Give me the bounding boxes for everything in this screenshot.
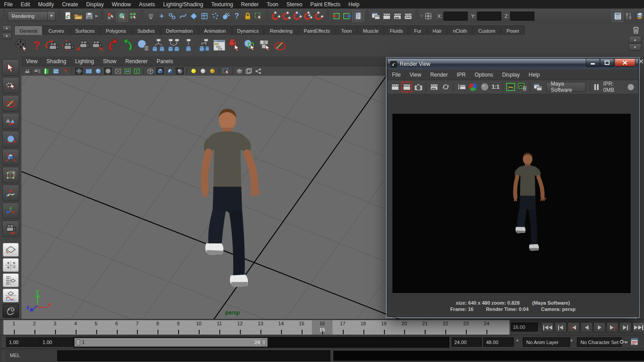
paint-selection-tool[interactable] xyxy=(2,95,19,112)
trash-icon[interactable] xyxy=(631,24,641,35)
timeline-frame-12[interactable]: 12 xyxy=(230,320,250,335)
shelf-tab-poser[interactable]: Poser xyxy=(501,26,525,35)
main-menu-help[interactable]: Help xyxy=(345,0,364,9)
show-manipulator-tool[interactable] xyxy=(2,203,19,219)
y-coordinate-input[interactable] xyxy=(477,12,501,21)
shelf-tab-general[interactable]: General xyxy=(14,26,43,35)
timeline-frame-3[interactable]: 3 xyxy=(45,320,65,335)
redo-shelf-button[interactable] xyxy=(121,37,135,53)
timeline-frame-17[interactable]: 17 xyxy=(333,320,353,335)
select-joints-mask-icon[interactable] xyxy=(167,11,178,22)
main-menu-render[interactable]: Render xyxy=(237,0,263,9)
textured-display-icon[interactable] xyxy=(166,67,174,75)
gate-mask-icon[interactable] xyxy=(103,67,113,75)
timeline-frame-9[interactable]: 9 xyxy=(168,320,188,335)
animation-start-input[interactable] xyxy=(6,337,41,347)
character-set-selector[interactable]: No Character Set xyxy=(577,337,622,347)
statusline-grip[interactable] xyxy=(3,10,6,22)
no-lights-icon[interactable] xyxy=(199,67,207,75)
shelf-tab-hair[interactable]: Hair xyxy=(427,26,447,35)
render-view-window[interactable]: Render View FileViewRenderIPROptionsDisp… xyxy=(387,58,639,317)
share-nodes-icon[interactable] xyxy=(254,67,262,75)
render-settings-button[interactable] xyxy=(403,11,414,22)
main-menu-lighting-shading[interactable]: Lighting/Shading xyxy=(159,0,207,9)
animation-end-input[interactable] xyxy=(483,337,514,347)
panel-menu-show[interactable]: Show xyxy=(98,58,121,65)
main-menu-edit[interactable]: Edit xyxy=(17,0,34,9)
main-menu-create[interactable]: Create xyxy=(58,0,82,9)
open-render-view-button[interactable] xyxy=(371,11,381,22)
snap-to-point-icon[interactable] xyxy=(292,11,303,22)
timeline-frame-8[interactable]: 8 xyxy=(147,320,168,335)
statusline-grip[interactable] xyxy=(366,10,369,22)
menu-set-selector[interactable]: Rendering ▼ xyxy=(8,11,55,21)
rotate-tool[interactable] xyxy=(2,131,19,147)
statusline-grip[interactable] xyxy=(415,10,418,22)
xray-display-icon[interactable] xyxy=(235,67,243,75)
select-tool[interactable] xyxy=(2,59,19,76)
shelf-tab-dynamics[interactable]: Dynamics xyxy=(232,26,264,35)
panel-menu-shading[interactable]: Shading xyxy=(42,58,71,65)
panel-menu-renderer[interactable]: Renderer xyxy=(121,58,152,65)
all-lights-icon[interactable] xyxy=(208,67,217,75)
wireframe-display-icon[interactable] xyxy=(146,67,154,75)
tumble-camera-shelf-button[interactable] xyxy=(45,37,59,53)
grid-toggle-icon[interactable] xyxy=(74,67,84,75)
snapshot-button[interactable] xyxy=(413,82,424,92)
construction-history-toggle[interactable] xyxy=(352,10,364,22)
chevron-down-icon[interactable]: ▼ xyxy=(516,339,519,343)
panel-menu-view[interactable]: View xyxy=(21,58,42,65)
bookmarks-icon[interactable] xyxy=(42,67,51,75)
pause-ipr-button[interactable] xyxy=(593,82,601,92)
range-start-handle[interactable] xyxy=(76,339,80,345)
animation-preferences-button[interactable] xyxy=(631,338,638,346)
timeline-frame-14[interactable]: 14 xyxy=(271,320,291,335)
playback-end-input[interactable] xyxy=(452,337,482,347)
select-component-shelf-button[interactable] xyxy=(243,37,257,53)
shelf-tab-curves[interactable]: Curves xyxy=(43,26,69,35)
attribute-editor-toggle[interactable] xyxy=(612,10,623,22)
undo-shelf-button[interactable] xyxy=(106,37,120,53)
select-multi-shelf-button[interactable] xyxy=(258,37,272,53)
timeline-frame-19[interactable]: 19 xyxy=(374,320,394,335)
play-forward-button[interactable] xyxy=(593,322,606,333)
snap-to-grid-icon[interactable] xyxy=(270,11,281,22)
goto-start-button[interactable] xyxy=(542,322,554,333)
render-view-menu-file[interactable]: File xyxy=(388,72,405,78)
real-size-button[interactable]: 1:1 xyxy=(491,82,500,92)
play-backward-button[interactable] xyxy=(580,322,593,333)
outliner-shelf-button[interactable] xyxy=(212,37,226,53)
main-menu-assets[interactable]: Assets xyxy=(135,0,159,9)
paint-effects-shelf-button[interactable] xyxy=(273,37,287,53)
parent-shelf-button[interactable] xyxy=(166,37,181,53)
shelf-scroll-up-button[interactable]: ▲ xyxy=(629,36,641,43)
playback-start-input[interactable] xyxy=(40,337,75,347)
timeline-frame-21[interactable]: 21 xyxy=(414,320,435,335)
select-all-mask-icon[interactable]: + xyxy=(156,11,167,22)
shelf-menu-arrow[interactable]: ▼ xyxy=(2,25,12,31)
four-pane-layout-button[interactable] xyxy=(3,258,19,272)
timeline-frame-18[interactable]: 18 xyxy=(353,320,374,335)
instance-shelf-button[interactable] xyxy=(197,37,211,53)
universal-manipulator-tool[interactable] xyxy=(2,167,19,183)
shelf-tab-rendering[interactable]: Rendering xyxy=(264,26,298,35)
snap-to-curve-icon[interactable] xyxy=(281,11,292,22)
open-scene-button[interactable] xyxy=(73,11,84,22)
resolution-gate-icon[interactable] xyxy=(94,67,102,75)
step-back-frame-button[interactable] xyxy=(554,322,567,333)
group-shelf-button[interactable] xyxy=(151,37,166,53)
shelf-tab-surfaces[interactable]: Surfaces xyxy=(70,26,100,35)
2d-pan-zoom-icon[interactable] xyxy=(61,67,69,75)
playblast-shelf-button[interactable] xyxy=(14,37,29,53)
snap-to-plane-icon[interactable] xyxy=(303,11,313,22)
smooth-shade-display-icon[interactable] xyxy=(155,67,165,75)
help-shelf-button[interactable]: ? xyxy=(30,37,44,53)
statusline-grip[interactable] xyxy=(141,10,144,22)
anim-layer-selector[interactable]: No Anim Layer xyxy=(523,337,570,347)
make-live-icon[interactable] xyxy=(313,11,324,22)
main-menu-window[interactable]: Window xyxy=(108,0,135,9)
lock-selection-icon[interactable] xyxy=(242,11,253,22)
scale-tool[interactable] xyxy=(2,149,19,165)
last-tool-used-camera[interactable] xyxy=(2,220,19,237)
render-view-menu-display[interactable]: Display xyxy=(498,72,524,78)
